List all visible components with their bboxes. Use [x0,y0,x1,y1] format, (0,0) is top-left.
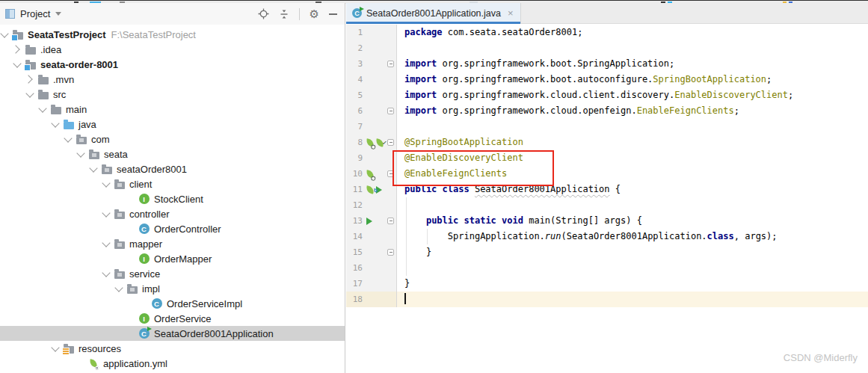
chevron-expanded-icon[interactable] [13,59,21,67]
tree-item-seataOrder8001[interactable]: seataOrder8001 [0,161,345,176]
tree-item-seata-order-8001[interactable]: seata-order-8001 [0,57,345,72]
gutter-icons [364,244,385,260]
collapse-all-icon[interactable] [279,9,289,19]
tree-item-seata[interactable]: seata [0,147,345,161]
tree-item-OrderController[interactable]: COrderController [0,221,345,236]
tree-item-controller[interactable]: controller [0,206,345,221]
chevron-expanded-icon[interactable] [102,179,110,187]
hide-panel-icon[interactable] [329,13,337,15]
tree-item-label: OrderService [154,313,212,324]
chevron-expanded-icon[interactable] [89,164,97,172]
chevron-expanded-icon[interactable] [102,238,110,247]
fold-marker-start[interactable] [387,139,394,146]
chevron-expanded-icon[interactable] [114,283,123,292]
chevron-down-icon[interactable] [55,12,61,16]
chevron-expanded-icon[interactable] [102,268,110,277]
folder [37,89,49,100]
gutter-icons [364,229,385,244]
package-folder [76,134,87,145]
run-class-icon: C [352,8,362,18]
tree-item-label: seataOrder8001 [117,164,187,175]
tree-item-label: seata-order-8001 [40,59,118,70]
chevron-expanded-icon[interactable] [51,343,59,351]
tree-item-SeataTestProject[interactable]: SeataTestProjectF:\SeataTestProject [0,27,345,42]
fold-column [385,87,397,103]
code-line-3[interactable]: 3import org.springframework.boot.SpringA… [346,56,868,72]
tree-item-OrderServiceImpl[interactable]: COrderServiceImpl [0,296,345,311]
tree-item-service[interactable]: service [0,266,345,281]
fold-column [385,103,397,119]
tree-item-label: SeataTestProject [28,29,106,40]
code-text [397,260,404,276]
locate-icon[interactable] [258,8,269,19]
code-line-8[interactable]: 8@SpringBootApplication [346,135,868,150]
gutter-icons [364,213,385,229]
tree-item-main[interactable]: main [0,102,345,117]
tree-item-SeataOrder8001Application[interactable]: CSeataOrder8001Application [0,326,345,341]
tree-item-mapper[interactable]: mapper [0,236,345,251]
code-line-17[interactable]: 17} [346,276,868,292]
code-line-5[interactable]: 5import org.springframework.cloud.client… [346,87,868,103]
tree-item-label: .idea [40,44,61,55]
code-line-1[interactable]: 1package com.seata.seataOrder8001; [346,25,868,40]
tree-item-.idea[interactable]: .idea [0,42,345,57]
tree-item-src[interactable]: src [0,87,345,102]
fold-column [385,197,397,213]
chevron-expanded-icon[interactable] [102,209,110,217]
chevron-expanded-icon[interactable] [25,89,34,97]
fold-marker-end[interactable] [387,249,394,256]
fold-column [385,119,397,135]
chevron-expanded-icon[interactable] [76,149,84,157]
tree-item-client[interactable]: client [0,176,345,191]
tree-item-.mvn[interactable]: .mvn [0,72,345,87]
panel-splitter[interactable] [345,3,345,373]
tree-item-StockClient[interactable]: IStockClient [0,191,345,206]
code-line-15[interactable]: 15 } [346,244,868,260]
chevron-expanded-icon[interactable] [64,134,72,142]
code-line-7[interactable]: 7 [346,119,868,135]
code-line-13[interactable]: 13 public static void main(String[] args… [346,213,868,229]
tree-item-application.yml[interactable]: application.yml [0,356,345,371]
fold-marker-end[interactable] [387,108,394,114]
package-folder [88,149,99,160]
code-area[interactable]: 1package com.seata.seataOrder8001;23impo… [346,24,868,373]
gear-icon[interactable]: ⚙ [310,9,319,19]
code-line-2[interactable]: 2 [346,40,868,56]
tree-item-com[interactable]: com [0,132,345,147]
tree-item-OrderService[interactable]: IOrderService [0,311,345,326]
tree-item-resources[interactable]: resources [0,341,345,356]
fold-marker-start[interactable] [387,218,394,224]
run-icon[interactable] [366,218,372,225]
code-line-12[interactable]: 12 [346,197,868,213]
tree-item-label: seata [104,149,128,160]
code-text [397,197,404,213]
chevron-expanded-icon[interactable] [38,104,46,112]
line-number: 17 [346,276,364,292]
tree-item-impl[interactable]: impl [0,281,345,296]
editor-tab-seataorder8001application[interactable]: C SeataOrder8001Application.java × [346,3,521,23]
folder [37,74,49,85]
tree-item-OrderMapper[interactable]: IOrderMapper [0,251,345,266]
code-text [397,292,406,307]
code-line-6[interactable]: 6import org.springframework.cloud.openfe… [346,103,868,119]
close-tab-icon[interactable]: × [508,7,514,19]
project-panel-title[interactable]: Project [20,8,50,19]
chevron-collapsed-icon[interactable] [24,75,32,83]
folder [50,104,61,115]
header-separator [299,8,300,20]
chevron-collapsed-icon[interactable] [11,45,19,53]
chevron-expanded-icon[interactable] [0,29,8,37]
fold-marker-start[interactable] [387,61,394,67]
code-line-4[interactable]: 4import org.springframework.boot.autocon… [346,72,868,87]
package-folder [101,164,112,175]
tree-item-label: client [129,179,152,190]
code-text: import org.springframework.cloud.client.… [397,87,793,103]
chevron-expanded-icon[interactable] [51,119,59,127]
spring-config-icon [87,358,99,369]
tree-item-label: com [91,134,110,145]
line-number: 15 [346,244,364,260]
code-line-18[interactable]: 18 [346,292,868,307]
code-line-16[interactable]: 16 [346,260,868,276]
code-line-14[interactable]: 14 SpringApplication.run(SeataOrder8001A… [346,229,868,244]
tree-item-java[interactable]: java [0,117,345,132]
